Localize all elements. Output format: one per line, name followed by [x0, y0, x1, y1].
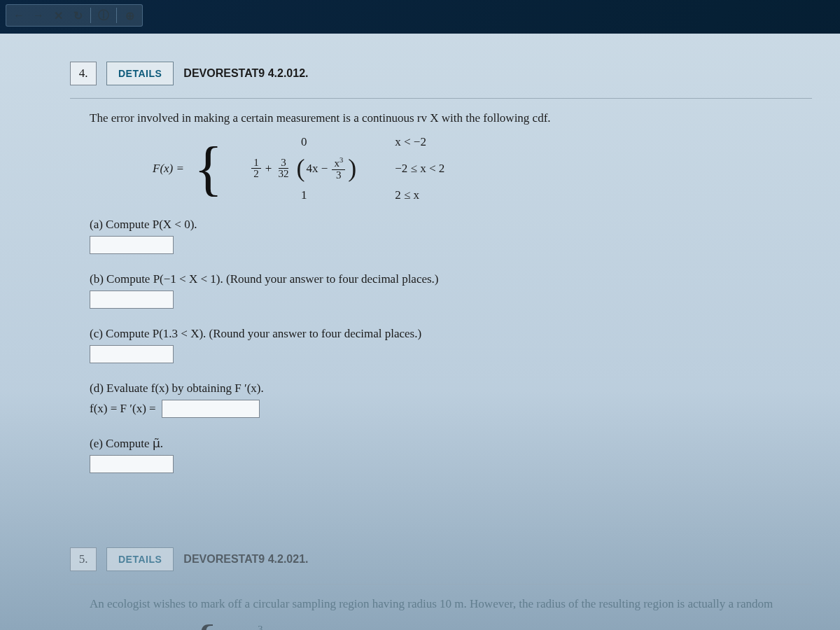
subq-c-label: (c) Compute P(1.3 < X). (Round your answ… [90, 327, 812, 341]
subquestion-a: (a) Compute P(X < 0). [90, 218, 812, 254]
back-icon: ← [13, 9, 24, 22]
case-row-2: 1 2 + 3 32 ( 4x [234, 156, 444, 181]
problem-header: 5. DETAILS DEVORESTAT9 4.2.021. [70, 547, 812, 571]
page-content: 4. DETAILS DEVORESTAT9 4.2.012. The erro… [0, 34, 840, 630]
piecewise-cases: 3 4 [1 − (10 − r)2] 9 ≤ r ≤ 11 0 otherwi… [230, 624, 437, 630]
forward-icon: → [33, 9, 44, 22]
textbook-reference: DEVORESTAT9 4.2.012. [183, 67, 308, 80]
problem-body: An ecologist wishes to mark off a circul… [70, 584, 812, 631]
left-brace: { [189, 621, 218, 631]
subquestion-e: (e) Compute μ̃. [90, 436, 812, 473]
case-cond-2: −2 ≤ x < 2 [395, 162, 444, 176]
details-button[interactable]: DETAILS [106, 547, 174, 571]
problem-intro: An ecologist wishes to mark off a circul… [90, 597, 812, 611]
forward-button[interactable]: → [30, 7, 47, 24]
answer-input-b[interactable] [90, 290, 174, 309]
answer-input-d[interactable] [162, 400, 260, 418]
details-button[interactable]: DETAILS [106, 62, 174, 85]
left-brace: { [194, 143, 223, 194]
answer-input-c[interactable] [90, 345, 174, 363]
case-expr-2: 1 2 + 3 32 ( 4x [234, 156, 374, 181]
subq-e-label: (e) Compute μ̃. [90, 436, 812, 451]
answer-input-e[interactable] [90, 455, 174, 473]
textbook-reference: DEVORESTAT9 4.2.021. [183, 553, 308, 566]
subq-a-label: (a) Compute P(X < 0). [90, 218, 812, 232]
subq-d-prefix: f(x) = F ′(x) = [90, 402, 156, 416]
answer-input-a[interactable] [90, 236, 174, 254]
case-expr-1: 3 4 [1 − (10 − r)2] [230, 624, 370, 630]
pdf-definition: f(r) = { 3 4 [1 − (10 − r)2] [153, 621, 812, 631]
toolbar-separator [116, 8, 117, 23]
subquestion-b: (b) Compute P(−1 < X < 1). (Round your a… [90, 272, 812, 309]
case-row-1: 0 x < −2 [234, 135, 444, 149]
case-expr-3: 1 [234, 188, 374, 202]
case-row-1: 3 4 [1 − (10 − r)2] 9 ≤ r ≤ 11 [230, 624, 437, 630]
fraction-3-4: 3 4 [255, 624, 265, 630]
fraction-3-32: 3 32 [276, 158, 290, 181]
problem-intro: The error involved in making a certain m… [90, 111, 812, 125]
back-button[interactable]: ← [10, 7, 27, 24]
piecewise-cases: 0 x < −2 1 2 + 3 [234, 135, 444, 202]
subq-b-label: (b) Compute P(−1 < X < 1). (Round your a… [90, 272, 812, 286]
question-number: 5. [70, 547, 97, 571]
subquestion-c: (c) Compute P(1.3 < X). (Round your answ… [90, 327, 812, 363]
zoom-icon: ⊕ [125, 9, 134, 22]
refresh-icon: ↻ [74, 9, 83, 22]
close-icon: ✕ [54, 9, 63, 22]
cdf-definition: F(x) = { 0 x < −2 1 2 [153, 135, 812, 202]
fraction-half: 1 2 [251, 158, 261, 181]
case-cond-3: 2 ≤ x [395, 188, 419, 202]
problem-header: 4. DETAILS DEVORESTAT9 4.2.012. [70, 62, 812, 85]
function-label: F(x) = [153, 162, 184, 176]
info-icon: ⓘ [98, 8, 109, 23]
case-cond-1: x < −2 [395, 135, 426, 149]
problem-5: 5. DETAILS DEVORESTAT9 4.2.021. An ecolo… [70, 547, 812, 631]
parenthesized-term: ( 4x − x3 3 ) [295, 156, 358, 181]
case-expr-1: 0 [234, 135, 374, 149]
subq-d-label: (d) Evaluate f(x) by obtaining F ′(x). [90, 382, 812, 396]
question-number: 4. [70, 62, 97, 85]
zoom-button[interactable]: ⊕ [121, 7, 138, 24]
toolbar-separator [90, 8, 91, 23]
browser-toolbar: ← → ✕ ↻ ⓘ ⊕ [6, 4, 143, 27]
case-row-3: 1 2 ≤ x [234, 188, 444, 202]
problem-body: The error involved in making a certain m… [70, 98, 812, 498]
close-button[interactable]: ✕ [50, 7, 66, 24]
fraction-xcubed-3: x3 3 [332, 156, 345, 181]
problem-4: 4. DETAILS DEVORESTAT9 4.2.012. The erro… [70, 62, 812, 519]
subquestion-d: (d) Evaluate f(x) by obtaining F ′(x). f… [90, 382, 812, 418]
refresh-button[interactable]: ↻ [69, 7, 86, 24]
info-button[interactable]: ⓘ [95, 7, 112, 24]
